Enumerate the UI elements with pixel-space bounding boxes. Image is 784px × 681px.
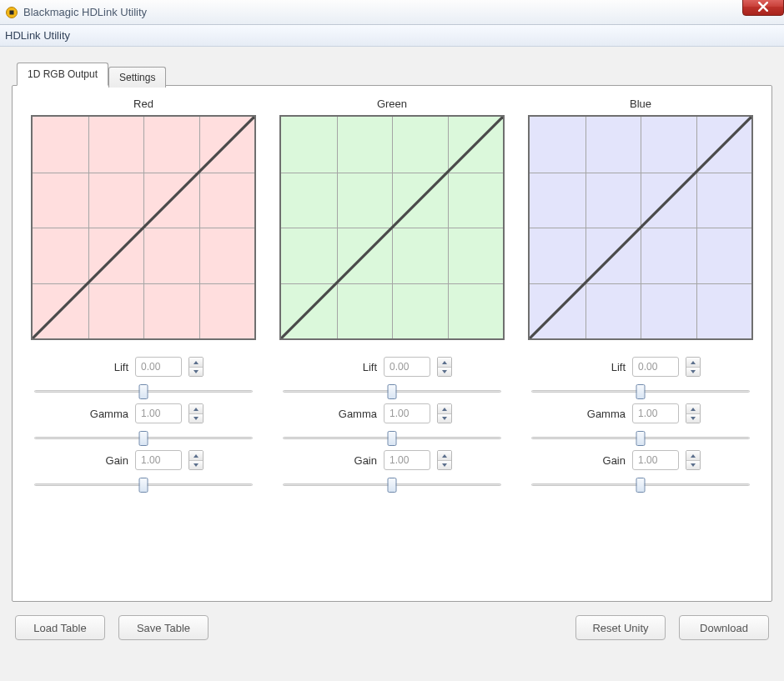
gain-input-red[interactable]: 1.00	[135, 450, 182, 470]
gamma-slider-thumb-blue[interactable]	[636, 431, 646, 446]
gamma-row-red: Gamma1.00	[31, 403, 256, 423]
spinner-down-icon[interactable]	[189, 460, 203, 469]
tab-label: 1D RGB Output	[28, 68, 98, 80]
download-button[interactable]: Download	[679, 615, 769, 640]
spinner-up-icon[interactable]	[686, 404, 700, 413]
footer-buttons: Load Table Save Table Reset Unity Downlo…	[12, 615, 772, 640]
gamma-input-blue[interactable]: 1.00	[632, 403, 679, 423]
spinner-up-icon[interactable]	[438, 404, 451, 413]
gain-slider-thumb-blue[interactable]	[636, 478, 646, 493]
gamma-slider-red	[31, 430, 256, 445]
spinner-down-icon[interactable]	[686, 413, 700, 423]
spinner-down-icon[interactable]	[686, 367, 700, 376]
channel-red: RedLift0.00Gamma1.00Gain1.00	[28, 98, 259, 492]
lift-label: Lift	[332, 361, 377, 373]
spinner-up-icon[interactable]	[189, 358, 203, 367]
reset-unity-button[interactable]: Reset Unity	[575, 615, 666, 640]
gamma-row-green: Gamma1.00	[279, 403, 505, 423]
gain-slider-thumb-red[interactable]	[139, 478, 148, 493]
spinner-down-icon[interactable]	[686, 460, 700, 469]
gamma-input-red[interactable]: 1.00	[135, 403, 182, 423]
spinner-down-icon[interactable]	[438, 413, 451, 423]
window-close-button[interactable]	[742, 0, 784, 16]
gamma-input-green[interactable]: 1.00	[384, 403, 430, 423]
menubar: HDLink Utility	[0, 25, 784, 47]
curve-plot-green[interactable]	[279, 115, 505, 340]
gamma-row-blue: Gamma1.00	[528, 403, 753, 423]
channel-title-blue: Blue	[630, 98, 651, 110]
app-icon	[5, 6, 18, 19]
menu-item-hdlink-utility[interactable]: HDLink Utility	[5, 29, 70, 42]
gamma-spinner-red	[188, 403, 204, 423]
load-table-button[interactable]: Load Table	[15, 615, 105, 640]
lift-slider-thumb-red[interactable]	[139, 384, 148, 399]
params-blue: Lift0.00Gamma1.00Gain1.00	[528, 352, 753, 492]
spinner-down-icon[interactable]	[438, 367, 451, 376]
gain-input-green[interactable]: 1.00	[384, 450, 430, 470]
channel-blue: BlueLift0.00Gamma1.00Gain1.00	[525, 98, 756, 492]
params-green: Lift0.00Gamma1.00Gain1.00	[279, 352, 505, 492]
gain-row-green: Gain1.00	[279, 450, 505, 470]
gamma-spinner-green	[437, 403, 452, 423]
gamma-slider-thumb-red[interactable]	[139, 431, 148, 446]
gain-slider-red	[31, 477, 256, 492]
lift-slider-thumb-green[interactable]	[388, 384, 397, 399]
spinner-up-icon[interactable]	[189, 404, 203, 413]
gain-slider-green	[279, 477, 505, 492]
lift-slider-green	[279, 383, 505, 398]
spinner-down-icon[interactable]	[438, 460, 451, 469]
spinner-up-icon[interactable]	[686, 358, 700, 367]
tab-panel-1d-rgb-output: RedLift0.00Gamma1.00Gain1.00GreenLift0.0…	[12, 85, 772, 602]
lift-input-red[interactable]: 0.00	[135, 357, 182, 377]
curve-plot-blue[interactable]	[528, 115, 753, 340]
svg-line-2	[33, 117, 254, 338]
gain-label: Gain	[580, 454, 626, 467]
lift-input-blue[interactable]: 0.00	[632, 357, 679, 377]
gamma-slider-green	[279, 430, 505, 445]
svg-rect-1	[10, 10, 14, 14]
gamma-label: Gamma	[83, 408, 128, 420]
gamma-spinner-blue	[686, 403, 701, 423]
tab-label: Settings	[119, 72, 155, 83]
params-red: Lift0.00Gamma1.00Gain1.00	[31, 352, 256, 492]
svg-line-4	[530, 117, 751, 338]
spinner-down-icon[interactable]	[189, 413, 203, 423]
tabstrip: 1D RGB Output Settings	[17, 62, 772, 85]
spinner-down-icon[interactable]	[189, 367, 203, 376]
svg-line-3	[281, 117, 503, 338]
lift-row-blue: Lift0.00	[528, 357, 753, 377]
spinner-up-icon[interactable]	[438, 358, 451, 367]
lift-row-red: Lift0.00	[31, 357, 256, 377]
titlebar: Blackmagic HDLink Utility	[0, 0, 784, 25]
gain-row-blue: Gain1.00	[528, 450, 753, 470]
lift-input-green[interactable]: 0.00	[384, 357, 430, 377]
lift-slider-red	[31, 383, 256, 398]
lift-label: Lift	[83, 361, 128, 373]
gain-spinner-blue	[686, 450, 701, 470]
gain-spinner-red	[188, 450, 204, 470]
gain-input-blue[interactable]: 1.00	[632, 450, 679, 470]
tab-1d-rgb-output[interactable]: 1D RGB Output	[17, 63, 108, 86]
gain-spinner-green	[437, 450, 452, 470]
client-area: 1D RGB Output Settings RedLift0.00Gamma1…	[0, 47, 784, 681]
gamma-slider-thumb-green[interactable]	[388, 431, 397, 446]
gain-label: Gain	[332, 454, 377, 467]
lift-label: Lift	[580, 361, 626, 373]
curve-plot-red[interactable]	[31, 115, 256, 340]
gamma-label: Gamma	[580, 408, 626, 420]
lift-row-green: Lift0.00	[279, 357, 505, 377]
gain-slider-blue	[528, 477, 753, 492]
save-table-button[interactable]: Save Table	[118, 615, 209, 640]
channel-green: GreenLift0.00Gamma1.00Gain1.00	[276, 98, 508, 492]
spinner-up-icon[interactable]	[189, 451, 203, 460]
gain-slider-thumb-green[interactable]	[388, 478, 397, 493]
spinner-up-icon[interactable]	[438, 451, 451, 460]
gain-row-red: Gain1.00	[31, 450, 256, 470]
tab-settings[interactable]: Settings	[108, 67, 166, 88]
gain-label: Gain	[83, 454, 128, 467]
lift-slider-thumb-blue[interactable]	[636, 384, 646, 399]
spinner-up-icon[interactable]	[686, 451, 700, 460]
lift-spinner-green	[437, 357, 452, 377]
window-title: Blackmagic HDLink Utility	[23, 6, 147, 18]
lift-spinner-blue	[686, 357, 701, 377]
